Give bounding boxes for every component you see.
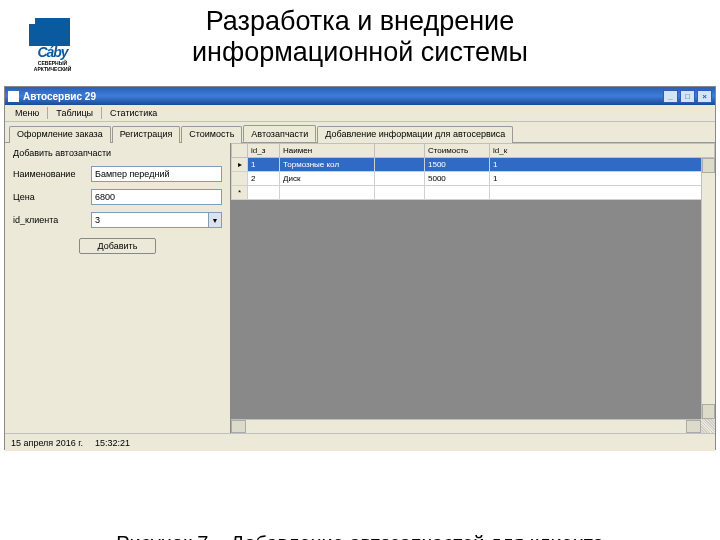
resize-grip[interactable] <box>701 419 715 433</box>
data-grid[interactable]: id_з Наимен Стоимость id_к ▸ 1 Тормозные… <box>230 143 715 433</box>
label-name: Наименование <box>13 169 85 179</box>
grid-header[interactable] <box>375 144 425 158</box>
add-button[interactable]: Добавить <box>79 238 157 254</box>
price-input[interactable] <box>91 189 222 205</box>
scrollbar-horizontal[interactable] <box>231 419 701 433</box>
tabs: Оформление заказа Регистрация Стоимость … <box>5 122 715 143</box>
chevron-down-icon[interactable]: ▼ <box>208 213 221 227</box>
table-row[interactable]: ▸ 1 Тормозные кол 1500 1 <box>232 158 715 172</box>
menu-item[interactable]: Статистика <box>104 107 163 119</box>
statusbar: 15 апреля 2016 г. 15:32:21 <box>5 433 715 451</box>
logo: Cáby СЕВЕРНЫЙ АРКТИЧЕСКИЙ <box>20 18 85 73</box>
window-title: Автосервис 29 <box>23 91 663 102</box>
figure-caption: Рисунок 7 – Добавление автозапчастей для… <box>0 532 720 540</box>
titlebar[interactable]: Автосервис 29 _ □ × <box>5 87 715 105</box>
grid-header[interactable]: id_к <box>490 144 715 158</box>
new-row-marker[interactable]: * <box>232 186 248 200</box>
grid-header[interactable] <box>232 144 248 158</box>
table-row[interactable]: 2 Диск 5000 1 <box>232 172 715 186</box>
maximize-button[interactable]: □ <box>680 90 695 103</box>
status-date: 15 апреля 2016 г. <box>11 438 83 448</box>
app-window: Автосервис 29 _ □ × Меню Таблицы Статист… <box>4 86 716 450</box>
row-selector[interactable] <box>232 172 248 186</box>
grid-header[interactable]: Наимен <box>280 144 375 158</box>
slide-title: Разработка и внедрениеинформационной сис… <box>0 0 720 68</box>
close-button[interactable]: × <box>697 90 712 103</box>
menubar: Меню Таблицы Статистика <box>5 105 715 122</box>
label-client: id_клиента <box>13 215 85 225</box>
tab-cost[interactable]: Стоимость <box>181 126 242 143</box>
menu-item[interactable]: Таблицы <box>50 107 99 119</box>
grid-header[interactable]: Стоимость <box>425 144 490 158</box>
name-input[interactable] <box>91 166 222 182</box>
table-row-new[interactable]: * <box>232 186 715 200</box>
grid-header[interactable]: id_з <box>248 144 280 158</box>
tab-info[interactable]: Добавление информации для автосервиса <box>317 126 513 143</box>
minimize-button[interactable]: _ <box>663 90 678 103</box>
status-time: 15:32:21 <box>95 438 130 448</box>
client-combo[interactable]: 3 ▼ <box>91 212 222 228</box>
tab-orders[interactable]: Оформление заказа <box>9 126 111 143</box>
scrollbar-vertical[interactable] <box>701 158 715 419</box>
label-price: Цена <box>13 192 85 202</box>
tab-registration[interactable]: Регистрация <box>112 126 181 143</box>
form-panel: Добавить автозапчасти Наименование Цена … <box>5 143 230 433</box>
form-title: Добавить автозапчасти <box>13 148 222 158</box>
menu-item[interactable]: Меню <box>9 107 45 119</box>
row-selector[interactable]: ▸ <box>232 158 248 172</box>
app-icon <box>8 91 19 102</box>
tab-parts[interactable]: Автозапчасти <box>243 125 316 142</box>
